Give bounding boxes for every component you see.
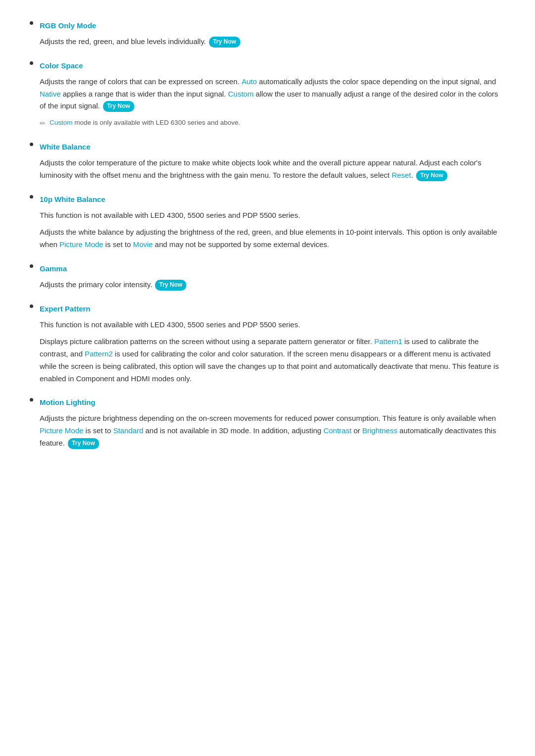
bullet-icon: [30, 21, 33, 25]
bullet-icon: [30, 195, 33, 199]
note-block: ✏Custom mode is only available with LED …: [40, 117, 505, 129]
paragraph: Adjusts the range of colors that can be …: [40, 76, 505, 112]
paragraph: This function is not available with LED …: [40, 209, 505, 222]
note-text: Custom mode is only available with LED 6…: [50, 117, 240, 128]
list-item-rgb-only-mode: RGB Only ModeAdjusts the red, green, and…: [30, 20, 505, 48]
paragraph: Displays picture calibration patterns on…: [40, 336, 505, 385]
bullet-icon: [30, 304, 33, 308]
main-content-list: RGB Only ModeAdjusts the red, green, and…: [30, 20, 505, 450]
paragraph: Adjusts the picture brightness depending…: [40, 412, 505, 449]
try-now-button[interactable]: Try Now: [103, 101, 134, 112]
list-item-10p-white-balance: 10p White BalanceThis function is not av…: [30, 194, 505, 251]
paragraph: Adjusts the red, green, and blue levels …: [40, 36, 505, 48]
section-title-motion-lighting[interactable]: Motion Lighting: [40, 397, 505, 408]
section-body-expert-pattern: This function is not available with LED …: [40, 319, 505, 385]
inline-link[interactable]: Native: [40, 90, 61, 98]
paragraph: Adjusts the white balance by adjusting t…: [40, 226, 505, 251]
section-title-10p-white-balance[interactable]: 10p White Balance: [40, 194, 505, 205]
inline-link[interactable]: Standard: [113, 426, 143, 435]
section-title-color-space[interactable]: Color Space: [40, 60, 505, 72]
paragraph: Adjusts the primary color intensity. Try…: [40, 279, 505, 291]
inline-link[interactable]: Picture Mode: [59, 240, 103, 249]
inline-link[interactable]: Picture Mode: [40, 426, 83, 435]
section-body-color-space: Adjusts the range of colors that can be …: [40, 76, 505, 129]
section-body-gamma: Adjusts the primary color intensity. Try…: [40, 279, 505, 291]
section-title-white-balance[interactable]: White Balance: [40, 141, 505, 153]
bullet-icon: [30, 143, 33, 146]
inline-link[interactable]: Contrast: [323, 426, 352, 435]
inline-link[interactable]: Reset: [392, 171, 411, 179]
inline-link[interactable]: Pattern2: [85, 350, 113, 358]
paragraph: This function is not available with LED …: [40, 319, 505, 331]
inline-link[interactable]: Movie: [133, 240, 153, 249]
inline-link[interactable]: Custom: [228, 90, 254, 98]
paragraph: Adjusts the color temperature of the pic…: [40, 157, 505, 182]
try-now-button[interactable]: Try Now: [68, 438, 99, 449]
section-title-expert-pattern[interactable]: Expert Pattern: [40, 303, 505, 315]
try-now-button[interactable]: Try Now: [155, 280, 186, 291]
bullet-icon: [30, 264, 33, 268]
list-item-motion-lighting: Motion LightingAdjusts the picture brigh…: [30, 397, 505, 449]
section-body-motion-lighting: Adjusts the picture brightness depending…: [40, 412, 505, 449]
list-item-expert-pattern: Expert PatternThis function is not avail…: [30, 303, 505, 385]
note-icon: ✏: [40, 118, 46, 129]
try-now-button[interactable]: Try Now: [209, 37, 240, 48]
list-item-white-balance: White BalanceAdjusts the color temperatu…: [30, 141, 505, 182]
inline-link[interactable]: Brightness: [362, 426, 397, 435]
list-item-gamma: GammaAdjusts the primary color intensity…: [30, 263, 505, 291]
section-body-10p-white-balance: This function is not available with LED …: [40, 209, 505, 251]
section-title-rgb-only-mode[interactable]: RGB Only Mode: [40, 20, 505, 32]
inline-link[interactable]: Auto: [242, 77, 257, 86]
inline-link[interactable]: Pattern1: [374, 337, 402, 346]
bullet-icon: [30, 398, 33, 402]
section-body-rgb-only-mode: Adjusts the red, green, and blue levels …: [40, 36, 505, 48]
section-body-white-balance: Adjusts the color temperature of the pic…: [40, 157, 505, 182]
bullet-icon: [30, 61, 33, 65]
inline-link[interactable]: Custom: [50, 119, 73, 126]
section-title-gamma[interactable]: Gamma: [40, 263, 505, 275]
try-now-button[interactable]: Try Now: [416, 170, 447, 181]
list-item-color-space: Color SpaceAdjusts the range of colors t…: [30, 60, 505, 129]
